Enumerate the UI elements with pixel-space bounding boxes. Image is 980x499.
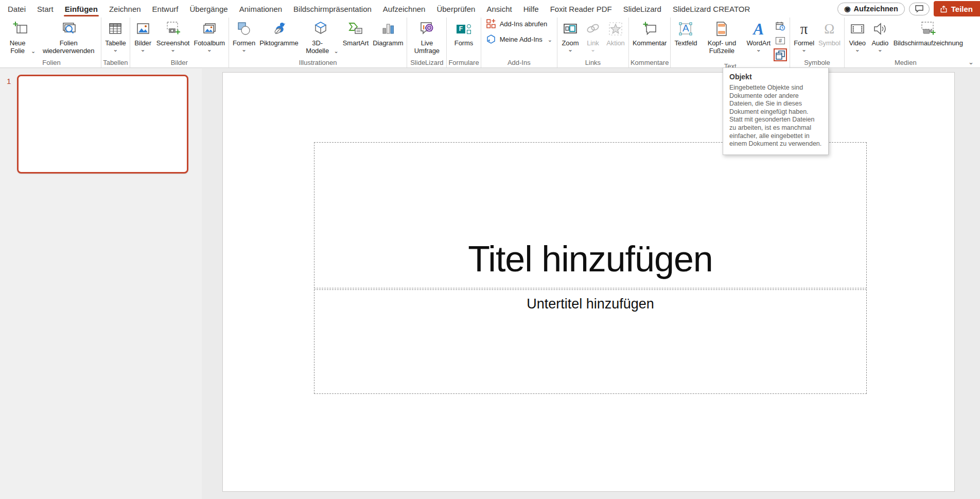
subtitle-placeholder[interactable]: Untertitel hinzufügen (314, 289, 867, 394)
share-icon (940, 5, 948, 13)
group-label-slidelizard: SlideLizard (409, 58, 445, 67)
live-poll-button[interactable]: Live Umfrage (409, 19, 445, 55)
audio-icon (871, 20, 889, 38)
wordart-button[interactable]: A WordArt ⌄ (744, 19, 773, 51)
pictures-button[interactable]: Bilder ⌄ (132, 19, 154, 51)
new-slide-button[interactable]: Neue Folie⌄ (4, 19, 38, 55)
my-addins-icon (486, 34, 496, 44)
ribbon-group-text: A Textfeld Kopf- und Fußzeile A WordArt … (671, 18, 790, 67)
title-placeholder[interactable]: Titel hinzufügen (314, 142, 867, 288)
smartart-icon (347, 20, 364, 38)
action-button[interactable]: Aktion (604, 19, 627, 47)
reuse-slides-button[interactable]: Folien wiederverwenden (38, 19, 99, 55)
zoom-button[interactable]: Zoom ⌄ (559, 19, 582, 51)
ribbon-group-formulare: F Forms Formulare (447, 18, 481, 67)
textbox-button[interactable]: A Textfeld (672, 19, 699, 47)
link-button[interactable]: Link ⌄ (582, 19, 604, 51)
link-icon (584, 20, 602, 38)
screenshot-button[interactable]: Screenshot ⌄ (154, 19, 192, 51)
object-icon (775, 50, 785, 60)
slide-thumbnail-1[interactable] (17, 75, 188, 174)
date-time-button[interactable] (774, 20, 787, 32)
group-label-addins: Add-Ins (483, 58, 555, 67)
chevron-down-icon: ⌄ (141, 47, 146, 51)
new-comment-icon (641, 20, 658, 38)
slide-number-button[interactable]: # (774, 34, 787, 47)
textbox-icon: A (677, 20, 694, 38)
tab-slidelizard[interactable]: SlideLizard (618, 0, 667, 18)
record-button-label: Aufzeichnen (854, 5, 898, 13)
ribbon-group-slidelizard: Live Umfrage SlideLizard (407, 18, 447, 67)
comments-button[interactable] (909, 3, 930, 15)
symbol-button[interactable]: Ω Symbol (816, 19, 843, 47)
smartart-button[interactable]: SmartArt (341, 19, 371, 47)
tab-ueberpruefen[interactable]: Überprüfen (431, 0, 481, 18)
get-addins-button[interactable]: Add-Ins abrufen (486, 19, 552, 29)
action-star-icon (607, 20, 624, 38)
photo-album-button[interactable]: Fotoalbum ⌄ (191, 19, 227, 51)
ribbon-group-symbole: π Formel ⌄ Ω Symbol Symbole (790, 18, 845, 67)
ribbon-group-links: Zoom ⌄ Link ⌄ Aktion Links (557, 18, 629, 67)
tab-einfuegen[interactable]: Einfügen (59, 0, 103, 18)
tab-uebergaenge[interactable]: Übergänge (184, 0, 233, 18)
new-comment-button[interactable]: Kommentar (631, 19, 669, 47)
equation-icon: π (795, 20, 813, 38)
chevron-down-icon: ⌄ (241, 47, 247, 51)
table-button[interactable]: Tabelle ⌄ (103, 19, 128, 51)
my-addins-button[interactable]: Meine Add-Ins ⌄ (486, 34, 552, 44)
icons-button[interactable]: Piktogramme (257, 19, 300, 47)
tab-zeichnen[interactable]: Zeichnen (103, 0, 147, 18)
chevron-down-icon: ⌄ (548, 38, 552, 42)
new-slide-icon (12, 20, 29, 38)
screenshot-icon (164, 20, 182, 38)
chevron-down-icon: ⌄ (31, 48, 36, 54)
tab-aufzeichnen[interactable]: Aufzeichnen (377, 0, 431, 18)
3d-cube-icon (312, 20, 329, 38)
collapse-ribbon-chevron-icon[interactable]: ⌄ (968, 58, 974, 66)
tab-datei[interactable]: Datei (2, 0, 31, 18)
header-footer-button[interactable]: Kopf- und Fußzeile (699, 19, 744, 55)
video-button[interactable]: Video ⌄ (846, 19, 869, 51)
group-label-folien: Folien (4, 58, 99, 67)
object-button[interactable] (774, 48, 787, 61)
tab-ansicht[interactable]: Ansicht (481, 0, 517, 18)
title-placeholder-text: Titel hinzufügen (468, 238, 713, 280)
live-poll-icon (418, 20, 435, 38)
pictures-icon (134, 20, 152, 38)
slide-number-label: 1 (7, 77, 11, 85)
3d-models-button[interactable]: 3D-Modelle⌄ (301, 19, 341, 55)
record-button[interactable]: ◉ Aufzeichnen (837, 3, 904, 15)
chevron-down-icon: ⌄ (878, 47, 883, 51)
tab-hilfe[interactable]: Hilfe (518, 0, 545, 18)
equation-button[interactable]: π Formel ⌄ (792, 19, 816, 51)
icons-bird-icon (270, 20, 288, 38)
tab-slidelizard-creator[interactable]: SlideLizard CREATOR (667, 0, 756, 18)
tab-foxit-reader-pdf[interactable]: Foxit Reader PDF (545, 0, 618, 18)
tab-bildschirmpraesentation[interactable]: Bildschirmpräsentation (288, 0, 377, 18)
chevron-down-icon: ⌄ (170, 47, 176, 51)
chevron-down-icon: ⌄ (756, 47, 761, 51)
ribbon-group-folien: Neue Folie⌄ Folien wiederverwenden Folie… (2, 18, 101, 67)
chart-button[interactable]: Diagramm (371, 19, 405, 47)
share-button[interactable]: Teilen (934, 1, 980, 16)
forms-button[interactable]: F Forms (452, 19, 475, 47)
tooltip-title: Objekt (729, 73, 822, 81)
date-time-icon (775, 21, 785, 31)
screen-recording-button[interactable]: Bildschirmaufzeichnung (891, 19, 965, 47)
shapes-button[interactable]: Formen ⌄ (231, 19, 257, 51)
workspace: 1 Titel hinzufügen Untertitel hinzufügen (0, 68, 980, 499)
get-addins-icon (486, 19, 496, 29)
tab-entwurf[interactable]: Entwurf (147, 0, 184, 18)
slide-number-icon: # (776, 37, 785, 44)
tooltip-body: Eingebettete Objekte sind Dokumente oder… (729, 84, 822, 148)
group-label-illustrationen: Illustrationen (231, 58, 405, 67)
forms-icon: F (455, 20, 472, 38)
audio-button[interactable]: Audio ⌄ (869, 19, 891, 51)
group-label-symbole: Symbole (792, 58, 843, 67)
chevron-down-icon: ⌄ (334, 48, 339, 54)
tab-start[interactable]: Start (31, 0, 59, 18)
tab-animationen[interactable]: Animationen (234, 0, 288, 18)
photo-album-icon (201, 20, 218, 38)
object-tooltip: Objekt Eingebettete Objekte sind Dokumen… (723, 67, 829, 155)
screen-recording-icon (919, 20, 937, 38)
